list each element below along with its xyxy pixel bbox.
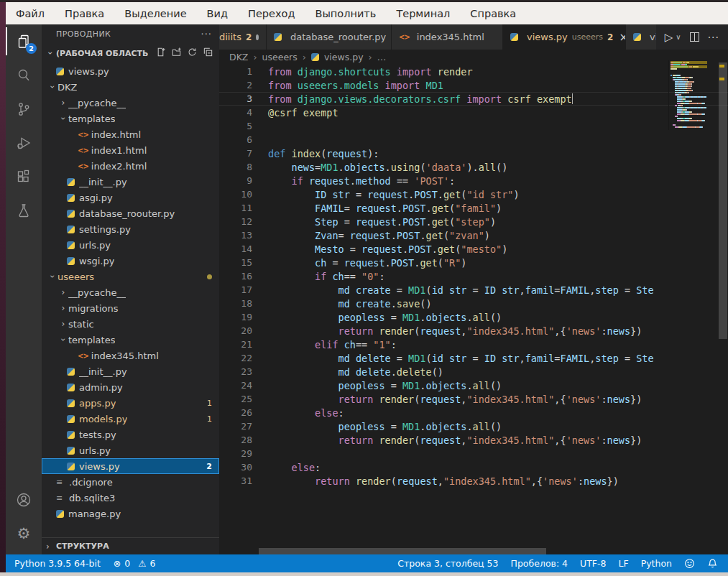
sidebar-more-icon[interactable]: ··· [201, 29, 212, 40]
code-line-27[interactable]: 27 peopless = MD1.objects.all() [219, 419, 728, 433]
activity-run-debug-icon[interactable] [6, 126, 42, 159]
breadcrumb-item-views-py[interactable]: views.py [324, 52, 364, 62]
code-line-17[interactable]: 17 md_create = MD1(id_str = ID_str,famil… [219, 283, 728, 297]
activity-source-control-icon[interactable] [6, 92, 42, 126]
tree-item-urls-py[interactable]: urls.py [42, 237, 219, 253]
minimap[interactable] [668, 60, 717, 130]
tree-item-asgi-py[interactable]: asgi.py [42, 190, 219, 205]
menu-item-2[interactable]: Правка [65, 8, 104, 19]
code-line-3[interactable]: 3from django.views.decorators.csrf impor… [219, 92, 728, 106]
code-line-31[interactable]: 31 return render(request,"index345.html"… [219, 474, 728, 488]
collapse-all-icon[interactable] [203, 47, 213, 60]
code-line-13[interactable]: 13 Zvan= request.POST.get("zvan") [219, 228, 728, 242]
split-editor-icon[interactable] [690, 32, 699, 42]
breadcrumb-item--[interactable]: … [377, 52, 387, 62]
tab-views-py[interactable]: views.pyuseeers2× [503, 24, 626, 50]
tree-item-tests-py[interactable]: tests.py [42, 427, 219, 442]
problems-status[interactable]: ⊗0⚠6 [114, 558, 156, 569]
tree-item-dkz[interactable]: ›DKZ [42, 79, 219, 95]
tree-item-views-py[interactable]: views.py2 [42, 458, 219, 474]
code-line-21[interactable]: 21 elif ch== "1": [219, 338, 728, 351]
tree-item-views-py[interactable]: views.py [42, 63, 219, 79]
tab-index345-html[interactable]: <>index345.html [392, 24, 503, 50]
tree-item-database-roouter-py[interactable]: database_roouter.py [42, 205, 219, 221]
code-line-19[interactable]: 19 peopless = MD1.objects.all() [219, 310, 728, 324]
tree-item-settings-py[interactable]: settings.py [42, 221, 219, 237]
menu-item-6[interactable]: Выполнить [315, 8, 376, 19]
python-interpreter-status[interactable]: Python 3.9.5 64-bit [14, 558, 101, 569]
tree-item-index345-html[interactable]: <>index345.html [42, 348, 219, 363]
tree-item-wsgi-py[interactable]: wsgi.py [42, 253, 219, 269]
workspace-section-header[interactable]: › (РАБОЧАЯ ОБЛАСТЬ) ... [42, 43, 219, 63]
tree-item-index1-html[interactable]: <>index1.html [42, 142, 219, 158]
status-language[interactable]: Python [641, 558, 672, 569]
activity-account-icon[interactable] [6, 483, 42, 516]
tree-item--pycache-[interactable]: ›__pycache__ [42, 284, 219, 300]
tree-item-templates[interactable]: ›templates [42, 332, 219, 348]
new-folder-icon[interactable] [171, 47, 182, 60]
close-icon[interactable]: × [619, 31, 626, 44]
breadcrumb-item-dkz[interactable]: DKZ [229, 52, 248, 62]
code-line-12[interactable]: 12 Step = request.POST.get("step") [219, 215, 728, 228]
code-line-30[interactable]: 30 else: [219, 460, 728, 474]
menu-item-4[interactable]: Вид [207, 8, 228, 19]
tree-item--init-py[interactable]: __init__.py [42, 363, 219, 379]
activity-testing-icon[interactable] [6, 193, 42, 227]
code-line-20[interactable]: 20 return render(request,"index345.html"… [219, 324, 728, 338]
new-file-icon[interactable] [155, 47, 166, 60]
tree-item-manage-py[interactable]: manage.py [42, 506, 219, 521]
status-indentation[interactable]: Пробелов: 4 [511, 558, 568, 569]
tab-diiits[interactable]: diiits2 [219, 24, 267, 50]
tree-item-static[interactable]: ›static [42, 316, 219, 332]
status-eol[interactable]: LF [619, 558, 629, 569]
tree-item-admin-py[interactable]: admin.py [42, 379, 219, 395]
code-line-4[interactable]: 4@csrf_exempt [219, 106, 728, 119]
refresh-icon[interactable] [187, 47, 198, 60]
code-line-11[interactable]: 11 FAMIL= request.POST.get("famil") [219, 201, 728, 215]
code-line-26[interactable]: 26 else: [219, 406, 728, 419]
tree-item-apps-py[interactable]: apps.py1 [42, 395, 219, 411]
tree-item-index2-html[interactable]: <>index2.html [42, 158, 219, 174]
tree-item-migrations[interactable]: ›migrations [42, 300, 219, 316]
tree-item--init-py[interactable]: __init__.py [42, 174, 219, 190]
code-line-8[interactable]: 8 news=MD1.objects.using('daata').all() [219, 160, 728, 174]
code-line-23[interactable]: 23 md_delete.delete() [219, 365, 728, 378]
activity-explorer-icon[interactable]: 2 [6, 24, 42, 58]
code-line-7[interactable]: 7def index(request): [219, 147, 728, 160]
tree-item--dcignore[interactable]: ≡.dcignore [42, 474, 219, 490]
menu-item-7[interactable]: Терминал [396, 8, 450, 19]
tree-item-db-sqlite3[interactable]: ≡db.sqlite3 [42, 490, 219, 506]
more-actions-icon[interactable]: ··· [708, 32, 719, 43]
tree-item-models-py[interactable]: models.py1 [42, 411, 219, 427]
run-dropdown-icon[interactable]: ∨ [676, 33, 681, 41]
tree-item-index-html[interactable]: <>index.html [42, 126, 219, 142]
menu-item-8[interactable]: Справка [470, 8, 516, 19]
breadcrumb-item-useeers[interactable]: useeers [262, 52, 298, 62]
code-line-18[interactable]: 18 md_create.save() [219, 297, 728, 310]
tree-item-templates[interactable]: ›templates [42, 111, 219, 126]
activity-search-icon[interactable] [6, 58, 42, 92]
code-line-14[interactable]: 14 Mesto = request.POST.get("mesto") [219, 242, 728, 256]
notifications-bell-icon[interactable] [707, 558, 718, 569]
menu-item-3[interactable]: Выделение [124, 8, 186, 19]
vertical-scrollbar[interactable] [718, 60, 728, 554]
code-line-9[interactable]: 9 if request.method == 'POST': [219, 174, 728, 187]
code-line-22[interactable]: 22 md_delete = MD1(id_str = ID_str,famil… [219, 351, 728, 365]
status-encoding[interactable]: UTF-8 [580, 558, 606, 569]
code-line-5[interactable]: 5 [219, 119, 728, 133]
run-button[interactable]: ▷ [665, 31, 673, 44]
tree-item--pycache-[interactable]: ›__pycache__ [42, 95, 219, 111]
code-line-10[interactable]: 10 ID_str = request.POST.get("id_str") [219, 187, 728, 201]
menu-item-5[interactable]: Переход [248, 8, 295, 19]
code-line-16[interactable]: 16 if ch== "0": [219, 269, 728, 283]
activity-settings-icon[interactable]: ⚙ [6, 516, 42, 550]
code-line-1[interactable]: 1from django.shortcuts import render [219, 65, 728, 78]
tree-item-urls-py[interactable]: urls.py [42, 442, 219, 458]
tree-item-useeers[interactable]: ›useeers [42, 269, 219, 284]
code-line-29[interactable]: 29 [219, 447, 728, 460]
code-line-2[interactable]: 2from useeers.models import MD1 [219, 78, 728, 92]
code-line-25[interactable]: 25 return render(request,"index345.html"… [219, 392, 728, 406]
code-line-24[interactable]: 24 peopless = MD1.objects.all() [219, 378, 728, 392]
status-cursor-position[interactable]: Строка 3, столбец 53 [397, 558, 498, 569]
vertical-scrollbar-thumb[interactable] [719, 62, 727, 339]
